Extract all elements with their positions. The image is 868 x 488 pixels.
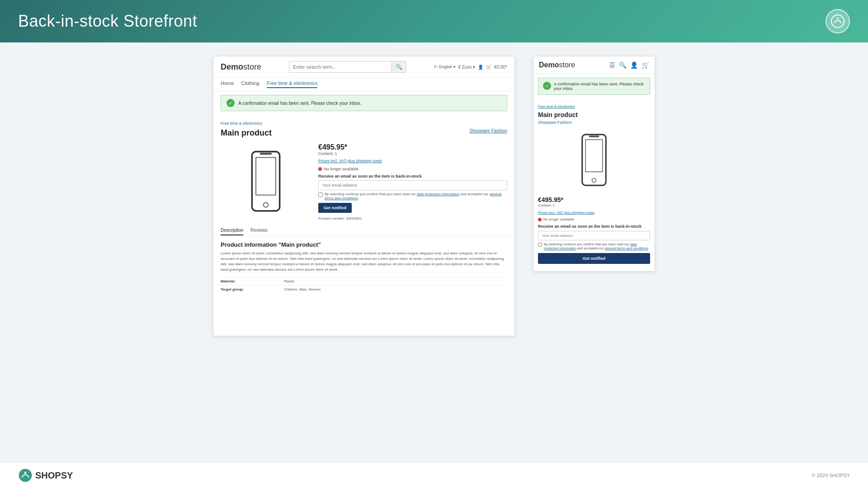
svg-point-1 xyxy=(837,18,839,19)
check-circle-icon: ✓ xyxy=(226,99,235,107)
desktop-spec-table: Material: Plastic Target group: Children… xyxy=(221,277,507,293)
logo-icon xyxy=(830,14,845,28)
desktop-confirmation-banner: ✓ A confirmation email has been sent. Pl… xyxy=(221,95,507,111)
footer-logo-icon xyxy=(18,468,33,483)
desktop-get-notified-button[interactable]: Get notified xyxy=(318,203,352,213)
desktop-email-input[interactable] xyxy=(318,180,507,190)
mobile-terms-link[interactable]: general terms and conditions xyxy=(604,246,648,250)
mobile-notify-title: Receive an email as soon as the item is … xyxy=(538,224,650,229)
mobile-user-icon[interactable]: 👤 xyxy=(630,61,638,69)
mobile-checkbox-row: By selecting continue you confirm that y… xyxy=(538,242,650,250)
tab-description[interactable]: Description xyxy=(221,228,243,235)
svg-rect-4 xyxy=(260,153,272,155)
desktop-notify-title: Receive an email as soon as the item is … xyxy=(318,174,507,178)
desktop-nav: Home Clothing Free time & electronics xyxy=(213,78,514,91)
desktop-stock-status: No longer available xyxy=(318,167,507,171)
desktop-content-label: Content: 1 xyxy=(318,151,507,156)
currency-selector[interactable]: € Euro ▾ xyxy=(458,65,475,70)
desktop-product-details: €495.95* Content: 1 Prices incl. VAT plu… xyxy=(318,141,507,221)
mobile-mockup: Demostore ☰ 🔍 👤 🛒 ✓ A confirmation email… xyxy=(533,56,655,272)
svg-point-0 xyxy=(831,15,844,28)
desktop-mockup: Demostore 🔍 🏳 English ▾ € Euro ▾ 👤 🛒 €0.… xyxy=(213,56,515,336)
mobile-product-price: €495.95* xyxy=(538,196,650,203)
svg-point-9 xyxy=(592,178,596,183)
footer-logo: SHOPSY xyxy=(18,468,73,483)
mobile-phone-image xyxy=(576,133,612,187)
desktop-breadcrumb[interactable]: Free time & electronics xyxy=(221,121,262,126)
desktop-product-image-area xyxy=(221,141,311,221)
nav-free-time[interactable]: Free time & electronics xyxy=(267,80,317,88)
mobile-email-input[interactable] xyxy=(538,231,650,240)
desktop-desc-text: Lorem ipsum dolor sit amet, consetetur s… xyxy=(221,251,507,272)
svg-rect-8 xyxy=(589,136,599,137)
mobile-search-icon[interactable]: 🔍 xyxy=(619,61,627,69)
mobile-stock-dot-icon xyxy=(538,218,542,221)
desktop-store-logo: Demostore xyxy=(221,62,261,72)
desktop-product-area: Free time & electronics Main product Sho… xyxy=(213,115,514,224)
mobile-content-label: Content: 1 xyxy=(538,203,650,207)
spec-material-value: Plastic xyxy=(284,279,295,283)
nav-home[interactable]: Home xyxy=(221,80,234,88)
mobile-shipping-link[interactable]: Prices incl. VAT plus shipping costs xyxy=(538,211,594,215)
desktop-product-body: €495.95* Content: 1 Prices incl. VAT plu… xyxy=(221,141,507,221)
page-header: Back-in-stock Storefront xyxy=(0,0,868,42)
svg-point-11 xyxy=(24,472,27,474)
main-content: Demostore 🔍 🏳 English ▾ € Euro ▾ 👤 🛒 €0.… xyxy=(0,42,868,462)
desktop-product-brand[interactable]: Shopware Fashion xyxy=(470,128,507,133)
svg-rect-7 xyxy=(585,140,603,172)
desktop-product-number: Product number: SW10001 xyxy=(318,216,507,221)
svg-rect-3 xyxy=(256,157,276,195)
svg-point-5 xyxy=(264,202,269,207)
header-logo xyxy=(826,9,850,33)
mobile-menu-icon[interactable]: ☰ xyxy=(609,61,615,69)
desktop-product-description: Product information "Main product" Lorem… xyxy=(213,236,514,299)
desktop-search-input[interactable] xyxy=(289,62,392,72)
nav-clothing[interactable]: Clothing xyxy=(241,80,259,88)
mobile-phone-image-area xyxy=(538,128,650,192)
mobile-confirmation-banner: ✓ A confirmation email has been sent. Pl… xyxy=(538,78,650,95)
tab-reviews[interactable]: Reviews xyxy=(250,228,268,235)
desktop-product-price: €495.95* xyxy=(318,143,507,151)
stock-dot-icon xyxy=(318,167,322,171)
spec-target-label: Target group: xyxy=(221,287,257,291)
spec-material-label: Material: xyxy=(221,279,257,283)
mobile-stock-status: No longer available xyxy=(538,217,650,221)
mobile-store-header: Demostore ☰ 🔍 👤 🛒 xyxy=(533,56,655,74)
desktop-data-protection-link[interactable]: data protection information xyxy=(417,192,460,196)
flag-icon: 🏳 xyxy=(434,65,438,69)
spec-row-material: Material: Plastic xyxy=(221,277,507,285)
desktop-search-box[interactable]: 🔍 xyxy=(289,61,406,73)
mobile-store-actions: ☰ 🔍 👤 🛒 xyxy=(609,61,649,69)
page-footer: SHOPSY © 2024 SHOPSY xyxy=(0,462,868,488)
mobile-check-circle-icon: ✓ xyxy=(543,82,551,90)
footer-copyright: © 2024 SHOPSY xyxy=(811,473,850,478)
desktop-store-actions: 🏳 English ▾ € Euro ▾ 👤 🛒 €0.00* xyxy=(434,65,507,70)
cart-price: €0.00* xyxy=(494,65,507,70)
mobile-product-title: Main product xyxy=(538,111,650,118)
desktop-terms-checkbox[interactable] xyxy=(318,192,323,197)
mobile-cart-icon[interactable]: 🛒 xyxy=(642,61,649,69)
desktop-search-button[interactable]: 🔍 xyxy=(392,61,406,72)
desktop-product-title: Main product xyxy=(221,128,272,138)
desktop-product-title-row: Main product Shopware Fashion xyxy=(221,128,507,138)
spec-target-value: Children, Man, Woman xyxy=(284,287,321,291)
mobile-product-area: Free time & electronics Main product Sho… xyxy=(533,99,655,271)
desktop-phone-image xyxy=(243,150,288,213)
cart-icon[interactable]: 🛒 xyxy=(486,65,491,70)
spec-row-target: Target group: Children, Man, Woman xyxy=(221,285,507,293)
desktop-desc-title: Product information "Main product" xyxy=(221,241,507,248)
desktop-store-header: Demostore 🔍 🏳 English ▾ € Euro ▾ 👤 🛒 €0.… xyxy=(213,56,514,78)
language-selector[interactable]: 🏳 English ▾ xyxy=(434,65,456,69)
page-title: Back-in-stock Storefront xyxy=(18,12,197,31)
mobile-store-logo: Demostore xyxy=(539,61,575,69)
desktop-shipping-link[interactable]: Prices incl. VAT plus shipping costs xyxy=(318,159,382,163)
desktop-product-tabs: Description Reviews xyxy=(213,228,514,236)
mobile-breadcrumb[interactable]: Free time & electronics xyxy=(538,104,575,108)
mobile-get-notified-button[interactable]: Get notified xyxy=(538,253,650,264)
desktop-checkbox-row: By selecting continue you confirm that y… xyxy=(318,192,507,200)
mobile-terms-checkbox[interactable] xyxy=(538,243,542,247)
svg-point-10 xyxy=(19,469,32,482)
mobile-product-brand: Shopware Fashion xyxy=(538,120,650,125)
user-icon[interactable]: 👤 xyxy=(478,65,483,70)
